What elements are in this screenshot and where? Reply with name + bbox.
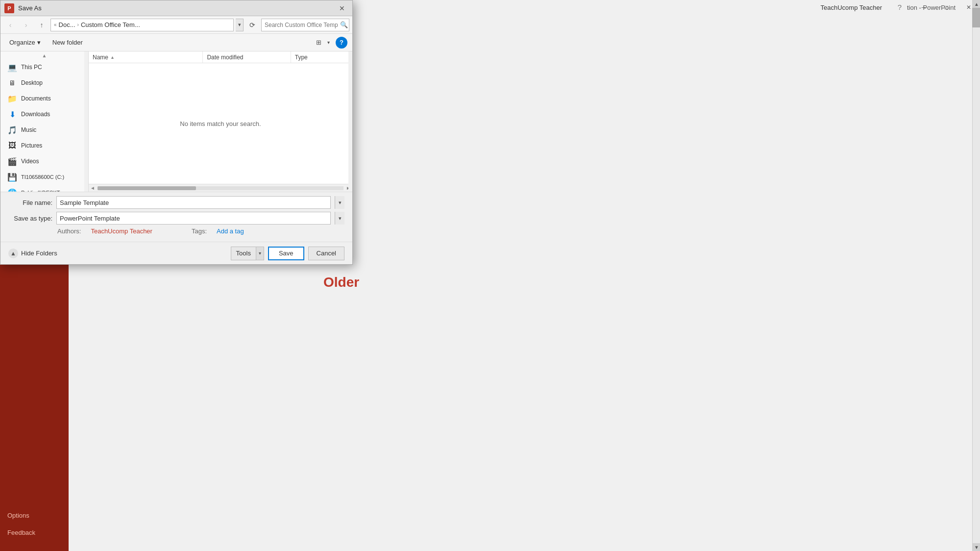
dialog-toolbar: ‹ › ↑ « Doc... › Custom Office Tem... ▾ … [0, 16, 352, 34]
file-area-scrollbar[interactable] [348, 51, 352, 192]
col-header-type[interactable]: Type [291, 51, 352, 63]
sidebar-item-music[interactable]: 🎵 Music [0, 122, 88, 138]
documents-icon: 📁 [7, 94, 17, 103]
savetype-dropdown-arrow[interactable]: ▾ [335, 212, 344, 225]
help-button[interactable]: ? [336, 37, 347, 49]
public-expand-icon: ▾ [68, 190, 70, 192]
desktop-icon: 🖥 [7, 78, 17, 88]
pictures-icon: 🖼 [7, 141, 17, 150]
sidebar-item-documents[interactable]: 📁 Documents [0, 91, 88, 106]
sidebar-label-documents: Documents [21, 95, 51, 102]
sidebar-label-public: Public (\\DESKT... [21, 190, 64, 192]
hide-folders-icon: ▲ [8, 249, 18, 258]
sidebar-item-videos[interactable]: 🎬 Videos [0, 153, 88, 169]
sidebar-item-this-pc[interactable]: 💻 This PC [0, 59, 88, 75]
tools-dropdown-arrow[interactable]: ▾ [256, 247, 264, 260]
address-bar[interactable]: « Doc... › Custom Office Tem... [50, 19, 234, 31]
address-dropdown-button[interactable]: ▾ [236, 19, 244, 31]
pp-right-scrollbar[interactable]: ▲ ▼ [972, 0, 980, 551]
dialog-footer: ▲ Hide Folders Tools ▾ Save Cancel [0, 242, 352, 264]
col-header-name[interactable]: Name ▲ [89, 51, 203, 63]
sidebar-label-this-pc: This PC [21, 64, 42, 71]
new-folder-button[interactable]: New folder [49, 37, 87, 48]
downloads-icon: ⬇ [7, 109, 17, 119]
public-icon: 🌐 [7, 188, 17, 192]
nav-up-button[interactable]: ↑ [35, 19, 49, 31]
authors-value[interactable]: TeachUcomp Teacher [91, 227, 152, 235]
meta-row: Authors: TeachUcomp Teacher Tags: Add a … [8, 227, 344, 235]
sidebar-item-pictures[interactable]: 🖼 Pictures [0, 138, 88, 153]
save-button[interactable]: Save [268, 247, 304, 260]
filename-input-container: Sample Template [56, 196, 331, 209]
older-text: Older [323, 275, 359, 290]
tags-add-link[interactable]: Add a tag [217, 227, 244, 235]
savetype-input-text: PowerPoint Template [60, 215, 327, 222]
pp-scroll-thumb[interactable] [972, 8, 980, 27]
pp-sidebar-bottom: Options Feedback [0, 497, 69, 551]
cancel-button[interactable]: Cancel [308, 247, 344, 260]
sidebar-item-public[interactable]: 🌐 Public (\\DESKT... ▾ [0, 185, 88, 192]
hide-folders-label: Hide Folders [21, 250, 57, 257]
dialog-title-bar: P Save As ✕ [0, 0, 352, 16]
music-icon: 🎵 [7, 125, 17, 135]
sidebar-label-downloads: Downloads [21, 111, 50, 118]
view-icon: ⊞ [313, 37, 324, 48]
sidebar-item-desktop[interactable]: 🖥 Desktop [0, 75, 88, 91]
local-disk-icon: 💾 [7, 172, 17, 182]
file-list-empty: No items match your search. [89, 63, 352, 184]
organize-button[interactable]: Organize ▾ [5, 37, 45, 48]
sidebar-label-pictures: Pictures [21, 142, 42, 149]
address-back-arrows: « [54, 22, 57, 27]
sidebar-label-desktop: Desktop [21, 79, 43, 86]
savetype-label: Save as type: [8, 215, 52, 222]
this-pc-icon: 💻 [7, 62, 17, 72]
organize-chevron-icon: ▾ [37, 39, 41, 46]
search-input[interactable] [265, 22, 338, 28]
tools-button[interactable]: Tools [231, 247, 256, 260]
sidebar-scroll-track[interactable] [84, 51, 88, 192]
dialog-close-button[interactable]: ✕ [336, 2, 348, 15]
savetype-row: Save as type: PowerPoint Template ▾ [8, 212, 344, 225]
pp-maximize-btn[interactable]: □ [935, 0, 957, 15]
dialog-action-bar: Organize ▾ New folder ⊞ ▾ ? [0, 34, 352, 51]
powerpoint-background: Options Feedback tion - PowerPoint Teach… [0, 0, 980, 551]
filename-dropdown-arrow[interactable]: ▾ [335, 196, 344, 209]
filename-row: File name: Sample Template ▾ [8, 196, 344, 209]
dialog-sidebar: ▲ 💻 This PC 🖥 Desktop 📁 Documents [0, 51, 89, 192]
save-as-dialog: P Save As ✕ ‹ › ↑ « Doc... › [0, 0, 353, 265]
pp-minimize-btn[interactable]: ─ [912, 0, 935, 15]
name-sort-icon: ▲ [110, 55, 115, 60]
sidebar-label-music: Music [21, 126, 36, 133]
tags-label: Tags: [192, 227, 207, 235]
search-icon: 🔍 [340, 21, 348, 28]
refresh-button[interactable]: ⟳ [245, 19, 259, 31]
sidebar-scroll-up[interactable]: ▲ [0, 51, 88, 59]
authors-label: Authors: [57, 227, 81, 235]
horizontal-scrollbar: ◄ ► [89, 184, 352, 192]
nav-forward-button[interactable]: › [19, 19, 33, 31]
view-chevron-icon: ▾ [325, 37, 332, 48]
file-list-header: Name ▲ Date modified Type [89, 51, 352, 63]
pp-options-item[interactable]: Options [7, 507, 61, 524]
h-scroll-left-btn[interactable]: ◄ [89, 184, 97, 192]
pp-help-icon[interactable]: ? [898, 3, 902, 11]
sidebar-item-downloads[interactable]: ⬇ Downloads [0, 106, 88, 122]
address-custom-part: Custom Office Tem... [81, 21, 140, 28]
nav-back-button[interactable]: ‹ [3, 19, 17, 31]
col-header-date[interactable]: Date modified [203, 51, 291, 63]
dialog-title-text: Save As [18, 4, 336, 12]
sidebar-label-local-disk: TI10658600C (C:) [21, 174, 64, 180]
address-doc-part: Doc... [59, 21, 75, 28]
sidebar-item-local-disk[interactable]: 💾 TI10658600C (C:) [0, 169, 88, 185]
pp-window-controls: ─ □ ✕ [912, 0, 980, 15]
h-scroll-track[interactable] [98, 186, 343, 190]
address-separator: › [77, 22, 79, 27]
pp-scroll-up[interactable]: ▲ [973, 0, 980, 8]
pp-feedback-item[interactable]: Feedback [7, 524, 61, 541]
dialog-form: File name: Sample Template ▾ Save as typ… [0, 192, 352, 242]
search-box: 🔍 [261, 19, 349, 31]
view-button[interactable]: ⊞ ▾ [313, 37, 332, 48]
pp-scroll-down[interactable]: ▼ [973, 543, 980, 551]
videos-icon: 🎬 [7, 156, 17, 166]
hide-folders-button[interactable]: ▲ Hide Folders [8, 249, 57, 258]
